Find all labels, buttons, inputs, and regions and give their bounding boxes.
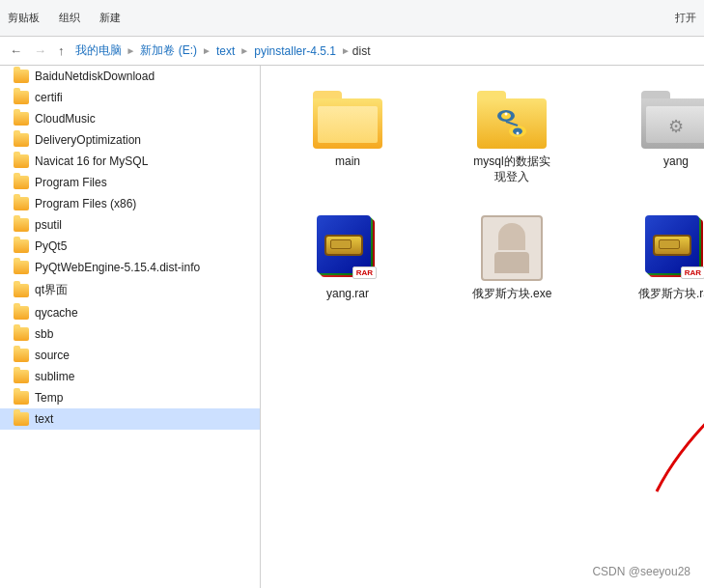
folder-icon-yang: ⚙ (641, 91, 704, 149)
file-label-yang-rar: yang.rar (326, 287, 369, 302)
sidebar-item-label: Program Files (x86) (35, 197, 136, 210)
sidebar-item-sublime[interactable]: sublime (0, 366, 260, 387)
clipboard-label: 剪贴板 (8, 11, 40, 25)
sidebar-item-label: BaiduNetdiskDownload (35, 70, 155, 83)
folder-icon (14, 239, 29, 253)
svg-point-5 (517, 132, 520, 135)
open-label: 打开 (675, 11, 696, 25)
clipboard-group[interactable]: 剪贴板 (8, 11, 40, 25)
sidebar-item-cloudmusic[interactable]: CloudMusic (0, 108, 260, 129)
folder-icon (14, 70, 29, 83)
folder-icon (14, 370, 29, 383)
breadcrumb-mypc[interactable]: 我的电脑 (72, 42, 125, 60)
sidebar-item-programfiles[interactable]: Program Files (0, 172, 260, 193)
file-item-yang-rar[interactable]: RAR yang.rar (280, 210, 415, 308)
sidebar-item-label: CloudMusic (35, 112, 96, 126)
breadcrumb-sep-4: ► (341, 45, 351, 56)
folder-icon (14, 261, 29, 274)
folder-icon-main (313, 91, 382, 149)
sidebar-item-temp[interactable]: Temp (0, 387, 260, 408)
folder-icon (14, 412, 29, 426)
file-item-mysql[interactable]: mysql的数据实 现登入 (444, 85, 579, 190)
sidebar-item-label: qt界面 (35, 282, 68, 298)
sidebar-item-label: PyQtWebEngine-5.15.4.dist-info (35, 261, 200, 274)
up-button[interactable]: ↑ (54, 42, 69, 60)
sidebar-item-source[interactable]: source (0, 345, 260, 366)
sidebar-item-label: sbb (35, 327, 53, 341)
sidebar-item-baidunetdisk[interactable]: BaiduNetdiskDownload (0, 66, 260, 87)
sidebar-item-label: PyQt5 (35, 239, 67, 253)
sidebar-item-text[interactable]: text (0, 408, 260, 430)
sidebar-item-label: sublime (35, 370, 74, 383)
breadcrumb-drive[interactable]: 新加卷 (E:) (137, 42, 200, 60)
sidebar-item-label: DeliveryOptimization (35, 133, 141, 147)
breadcrumb-dist: dist (352, 44, 371, 58)
folder-icon (14, 327, 29, 341)
address-bar: ← → ↑ 我的电脑 ► 新加卷 (E:) ► text ► pyinstall… (0, 37, 704, 66)
breadcrumb-pyinstaller[interactable]: pyinstaller-4.5.1 (251, 43, 339, 59)
sidebar-item-delivery[interactable]: DeliveryOptimization (0, 129, 260, 151)
breadcrumb-sep-1: ► (127, 45, 136, 56)
toolbar: 剪贴板 组织 新建 打开 (0, 0, 704, 37)
svg-point-4 (505, 113, 508, 116)
folder-icon (14, 176, 29, 189)
folder-icon (14, 91, 29, 104)
exe-icon-tetris (481, 215, 543, 281)
file-label-exe: 俄罗斯方块.exe (472, 287, 552, 302)
sidebar-item-qt[interactable]: qt界面 (0, 278, 260, 302)
sidebar-item-psutil[interactable]: psutil (0, 214, 260, 236)
sidebar-item-navicat[interactable]: Navicat 16 for MySQL (0, 151, 260, 172)
arrow-annotation (637, 395, 704, 501)
folder-icon (14, 284, 29, 297)
organize-group[interactable]: 组织 (59, 11, 80, 25)
file-item-yang[interactable]: ⚙ yang (608, 85, 704, 176)
file-area: main mysql的数据 (261, 66, 704, 588)
file-item-rar[interactable]: RAR 俄罗斯方块.rar (608, 210, 704, 308)
watermark: CSDN @seeyou28 (592, 565, 690, 578)
sidebar-item-pyqtwebengine[interactable]: PyQtWebEngine-5.15.4.dist-info (0, 257, 260, 278)
file-label-main: main (335, 154, 360, 170)
folder-icon (14, 218, 29, 232)
file-label-mysql: mysql的数据实 现登入 (473, 154, 549, 184)
sidebar-item-certifi[interactable]: certifi (0, 87, 260, 108)
sidebar-item-label: Program Files (35, 176, 107, 189)
back-button[interactable]: ← (6, 42, 26, 60)
breadcrumb-sep-3: ► (239, 45, 249, 56)
sidebar-item-qycache[interactable]: qycache (0, 302, 260, 323)
folder-icon (14, 154, 29, 168)
folder-icon (14, 112, 29, 126)
breadcrumb-text[interactable]: text (213, 43, 238, 59)
sidebar-item-label: certifi (35, 91, 63, 104)
folder-icon (14, 391, 29, 405)
file-item-main[interactable]: main (280, 85, 415, 176)
folder-icon-mysql (477, 91, 547, 149)
new-group[interactable]: 新建 (99, 11, 121, 25)
folder-icon (14, 133, 29, 147)
open-group[interactable]: 打开 (675, 11, 696, 25)
forward-button[interactable]: → (30, 42, 50, 60)
sidebar-item-pyqt5[interactable]: PyQt5 (0, 236, 260, 257)
rar-icon-tetris: RAR (645, 215, 704, 281)
sidebar-item-label: psutil (35, 218, 62, 232)
sidebar-item-programfilesx86[interactable]: Program Files (x86) (0, 193, 260, 214)
python-logo-icon (494, 106, 529, 141)
breadcrumb: 我的电脑 ► 新加卷 (E:) ► text ► pyinstaller-4.5… (72, 42, 371, 60)
organize-label: 组织 (59, 11, 80, 25)
file-label-rar: 俄罗斯方块.rar (638, 287, 704, 302)
rar-icon-yang: RAR (317, 215, 379, 281)
sidebar-item-label: text (35, 412, 53, 426)
file-label-yang: yang (663, 154, 689, 170)
file-item-exe[interactable]: 俄罗斯方块.exe (444, 210, 579, 308)
sidebar-item-label: Temp (35, 391, 63, 405)
breadcrumb-sep-2: ► (202, 45, 211, 56)
new-label: 新建 (99, 11, 121, 25)
folder-icon (14, 349, 29, 362)
file-grid: main mysql的数据 (280, 85, 685, 308)
sidebar-item-label: Navicat 16 for MySQL (35, 154, 148, 168)
folder-icon (14, 306, 29, 320)
folder-icon (14, 197, 29, 210)
sidebar-item-sbb[interactable]: sbb (0, 323, 260, 345)
sidebar-item-label: source (35, 349, 70, 362)
main-container: BaiduNetdiskDownload certifi CloudMusic … (0, 66, 704, 588)
sidebar-item-label: qycache (35, 306, 78, 320)
